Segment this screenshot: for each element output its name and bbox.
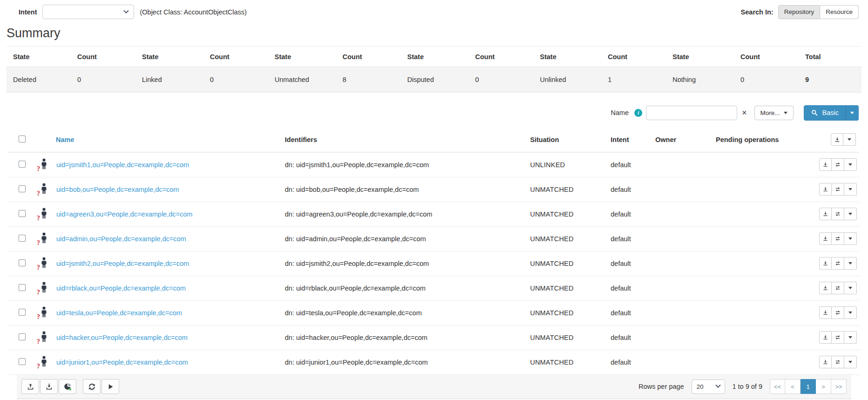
row-download-button[interactable] [819, 356, 832, 368]
rows-per-page-select[interactable]: 20 [692, 380, 725, 394]
exchange-icon [834, 162, 841, 168]
row-checkbox[interactable] [19, 185, 26, 192]
row-menu-caret-button[interactable] [844, 257, 857, 270]
account-unknown-icon: ? [38, 306, 50, 319]
row-checkbox[interactable] [19, 333, 26, 340]
caret-down-icon [848, 138, 851, 141]
row-checkbox[interactable] [19, 161, 26, 168]
account-name-link[interactable]: uid=admin,ou=People,dc=example,dc=com [56, 235, 186, 243]
last-page-button[interactable]: >> [831, 379, 847, 394]
basic-search-caret-button[interactable] [846, 105, 859, 121]
row-menu-caret-button[interactable] [844, 282, 857, 294]
play-button[interactable] [101, 379, 119, 394]
search-in-resource-button[interactable]: Resource [820, 5, 859, 19]
account-unknown-icon: ? [38, 331, 50, 344]
row-checkbox[interactable] [19, 259, 26, 266]
row-download-button[interactable] [819, 208, 832, 220]
intent-select[interactable] [42, 5, 134, 19]
account-name-link[interactable]: uid=jsmith2,ou=People,dc=example,dc=com [56, 260, 189, 267]
row-transfer-button[interactable] [832, 158, 844, 171]
account-name-link[interactable]: uid=bob,ou=People,dc=example,dc=com [56, 186, 179, 193]
row-download-button[interactable] [819, 158, 832, 171]
row-transfer-button[interactable] [832, 306, 844, 319]
row-download-button[interactable] [819, 282, 832, 294]
summary-count-nothing: 0 [738, 67, 802, 93]
caret-down-icon [848, 163, 852, 166]
export-download-button[interactable] [831, 133, 843, 146]
account-name-link[interactable]: uid=tesla,ou=People,dc=example,dc=com [56, 309, 182, 317]
download-icon [822, 211, 828, 217]
row-transfer-button[interactable] [832, 257, 844, 270]
download-icon [822, 236, 828, 242]
refresh-button[interactable] [83, 379, 101, 394]
row-menu-caret-button[interactable] [844, 232, 857, 245]
clear-search-icon[interactable]: × [741, 108, 748, 117]
row-actions [819, 183, 858, 196]
row-menu-caret-button[interactable] [844, 331, 857, 344]
row-checkbox[interactable] [19, 309, 26, 316]
accounts-table-wrap: Name Identifiers Situation Intent Owner … [8, 127, 860, 399]
download-icon [822, 260, 828, 266]
next-page-button[interactable]: > [816, 379, 831, 394]
download-button[interactable] [40, 379, 58, 394]
table-row: ? uid=jsmith2,ou=People,dc=example,dc=co… [8, 251, 860, 276]
column-header-name[interactable]: Name [30, 127, 283, 152]
summary-state-unmatched: Unmatched [272, 67, 340, 93]
row-checkbox[interactable] [19, 358, 26, 365]
refresh-icon [88, 383, 96, 391]
account-name-link[interactable]: uid=rblack,ou=People,dc=example,dc=com [56, 285, 186, 292]
account-unknown-icon: ? [38, 356, 50, 368]
row-transfer-button[interactable] [832, 208, 844, 220]
row-transfer-button[interactable] [832, 232, 844, 245]
account-name-link[interactable]: uid=jsmith1,ou=People,dc=example,dc=com [56, 161, 189, 169]
summary-header-state: State [404, 47, 472, 67]
prev-page-button[interactable]: < [785, 379, 801, 394]
row-checkbox[interactable] [19, 284, 26, 291]
row-download-button[interactable] [819, 232, 832, 245]
row-menu-caret-button[interactable] [844, 158, 857, 171]
owner-cell [653, 350, 714, 374]
row-menu-caret-button[interactable] [844, 306, 857, 319]
export-caret-button[interactable] [843, 133, 856, 146]
page-1-button[interactable]: 1 [801, 379, 816, 394]
identifiers-cell: dn: uid=bob,ou=People,dc=example,dc=com [283, 177, 528, 202]
select-all-checkbox[interactable] [19, 136, 26, 142]
row-download-button[interactable] [819, 257, 832, 270]
row-menu-caret-button[interactable] [844, 183, 857, 196]
search-input[interactable] [646, 106, 737, 120]
account-name-link[interactable]: uid=hacker,ou=People,dc=example,dc=com [56, 334, 188, 341]
intent-cell: default [609, 276, 653, 300]
row-transfer-button[interactable] [832, 183, 844, 196]
basic-search-button[interactable]: Basic [804, 105, 846, 121]
situation-cell: UNMATCHED [528, 325, 609, 350]
upload-button[interactable] [21, 379, 39, 394]
row-download-button[interactable] [819, 183, 832, 196]
table-toolbar [21, 379, 120, 394]
row-checkbox[interactable] [19, 235, 26, 242]
row-download-button[interactable] [819, 331, 832, 344]
table-row: ? uid=rblack,ou=People,dc=example,dc=com… [8, 276, 860, 300]
row-checkbox[interactable] [19, 210, 26, 217]
download-icon [822, 310, 828, 316]
pending-operations-cell [714, 226, 817, 251]
search-in-repository-button[interactable]: Repository [778, 5, 821, 19]
row-transfer-button[interactable] [832, 356, 844, 368]
row-transfer-button[interactable] [832, 331, 844, 344]
situation-cell: UNMATCHED [528, 350, 609, 374]
more-button[interactable]: More... [754, 106, 794, 120]
row-menu-caret-button[interactable] [844, 208, 857, 220]
create-report-button[interactable] [59, 379, 76, 394]
row-download-button[interactable] [819, 306, 832, 319]
download-icon [822, 359, 828, 365]
basic-search-label: Basic [822, 109, 839, 116]
account-name-link[interactable]: uid=junior1,ou=People,dc=example,dc=com [56, 359, 188, 366]
row-actions [819, 282, 858, 294]
summary-header-count: Count [472, 47, 537, 67]
row-menu-caret-button[interactable] [844, 356, 857, 368]
first-page-button[interactable]: << [770, 379, 785, 394]
intent-cell: default [609, 202, 653, 226]
download-icon [834, 136, 841, 143]
identifiers-cell: dn: uid=jsmith1,ou=People,dc=example,dc=… [283, 152, 528, 177]
row-transfer-button[interactable] [832, 282, 844, 294]
account-name-link[interactable]: uid=agreen3,ou=People,dc=example,dc=com [56, 210, 193, 218]
